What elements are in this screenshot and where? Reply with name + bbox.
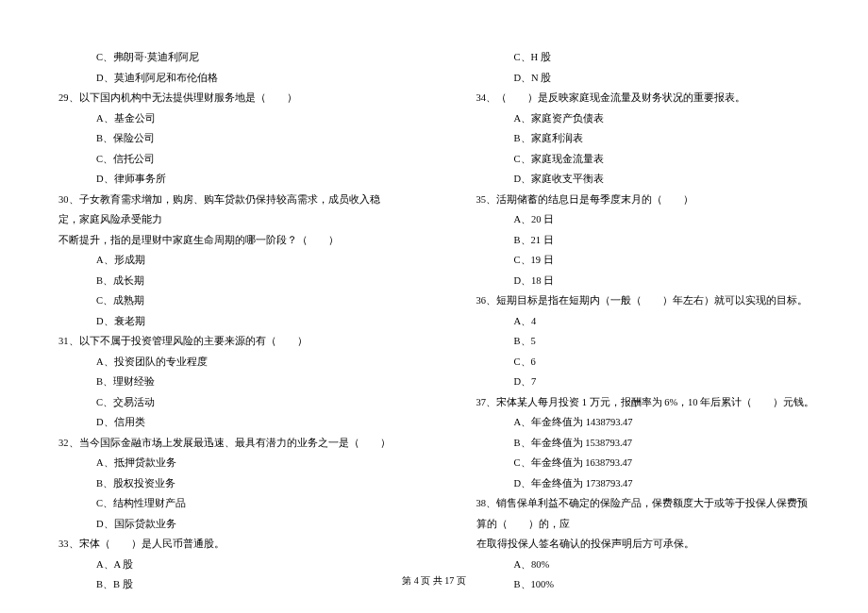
answer-option: C、弗朗哥·莫迪利阿尼 [52, 47, 399, 68]
question-text: 36、短期目标是指在短期内（一般（ ）年左右）就可以实现的目标。 [470, 290, 817, 311]
page-footer: 第 4 页 共 17 页 [0, 574, 868, 588]
answer-option: D、年金终值为 1738793.47 [470, 473, 817, 494]
question-text: 32、当今国际金融市场上发展最迅速、最具有潜力的业务之一是（ ） [52, 433, 399, 454]
answer-option: A、A 股 [52, 555, 399, 575]
answer-option: A、年金终值为 1438793.47 [470, 412, 817, 433]
answer-option: A、4 [470, 311, 817, 332]
answer-option: B、保险公司 [52, 128, 399, 149]
answer-option: C、年金终值为 1638793.47 [470, 453, 817, 473]
answer-option: D、N 股 [470, 68, 817, 89]
question-text: 29、以下国内机构中无法提供理财服务地是（ ） [52, 88, 399, 108]
answer-option: A、80% [470, 555, 817, 575]
answer-option: B、成长期 [52, 271, 399, 291]
answer-option: A、投资团队的专业程度 [52, 352, 399, 373]
answer-option: D、律师事务所 [52, 169, 399, 190]
answer-option: B、家庭利润表 [470, 128, 817, 149]
page-container: C、弗朗哥·莫迪利阿尼D、莫迪利阿尼和布伦伯格29、以下国内机构中无法提供理财服… [0, 0, 868, 595]
answer-option: A、家庭资产负债表 [470, 108, 817, 129]
question-text: 33、宋体（ ）是人民币普通股。 [52, 534, 399, 555]
answer-option: C、19 日 [470, 250, 817, 271]
question-continuation: 在取得投保人签名确认的投保声明后方可承保。 [470, 534, 817, 555]
answer-option: D、7 [470, 372, 817, 392]
answer-option: D、信用类 [52, 412, 399, 433]
answer-option: D、18 日 [470, 271, 817, 291]
question-text: 38、销售保单利益不确定的保险产品，保费额度大于或等于投保人保费预算的（ ）的，… [470, 493, 817, 534]
answer-option: C、家庭现金流量表 [470, 149, 817, 170]
answer-option: B、理财经验 [52, 372, 399, 392]
answer-option: D、莫迪利阿尼和布伦伯格 [52, 68, 399, 89]
question-text: 37、宋体某人每月投资 1 万元，报酬率为 6%，10 年后累计（ ）元钱。 [470, 392, 817, 413]
answer-option: D、国际贷款业务 [52, 514, 399, 535]
right-column: C、H 股D、N 股34、（ ）是反映家庭现金流量及财务状况的重要报表。A、家庭… [470, 47, 817, 595]
question-text: 30、子女教育需求增加，购房、购车贷款仍保持较高需求，成员收入稳定，家庭风险承受… [52, 190, 399, 230]
answer-option: B、股权投资业务 [52, 473, 399, 494]
question-text: 35、活期储蓄的结息日是每季度末月的（ ） [470, 190, 817, 210]
answer-option: C、结构性理财产品 [52, 493, 399, 514]
answer-option: C、H 股 [470, 47, 817, 68]
question-continuation: 不断提升，指的是理财中家庭生命周期的哪一阶段？（ ） [52, 230, 399, 251]
left-column: C、弗朗哥·莫迪利阿尼D、莫迪利阿尼和布伦伯格29、以下国内机构中无法提供理财服… [52, 47, 399, 595]
answer-option: A、形成期 [52, 250, 399, 271]
answer-option: A、抵押贷款业务 [52, 453, 399, 473]
answer-option: B、21 日 [470, 230, 817, 251]
answer-option: B、5 [470, 331, 817, 352]
answer-option: D、家庭收支平衡表 [470, 169, 817, 190]
answer-option: C、信托公司 [52, 149, 399, 170]
answer-option: B、年金终值为 1538793.47 [470, 433, 817, 454]
question-text: 34、（ ）是反映家庭现金流量及财务状况的重要报表。 [470, 88, 817, 108]
answer-option: A、20 日 [470, 209, 817, 230]
answer-option: A、基金公司 [52, 108, 399, 129]
question-text: 31、以下不属于投资管理风险的主要来源的有（ ） [52, 331, 399, 352]
answer-option: C、交易活动 [52, 392, 399, 413]
answer-option: C、6 [470, 352, 817, 373]
answer-option: C、成熟期 [52, 290, 399, 311]
answer-option: D、衰老期 [52, 311, 399, 332]
